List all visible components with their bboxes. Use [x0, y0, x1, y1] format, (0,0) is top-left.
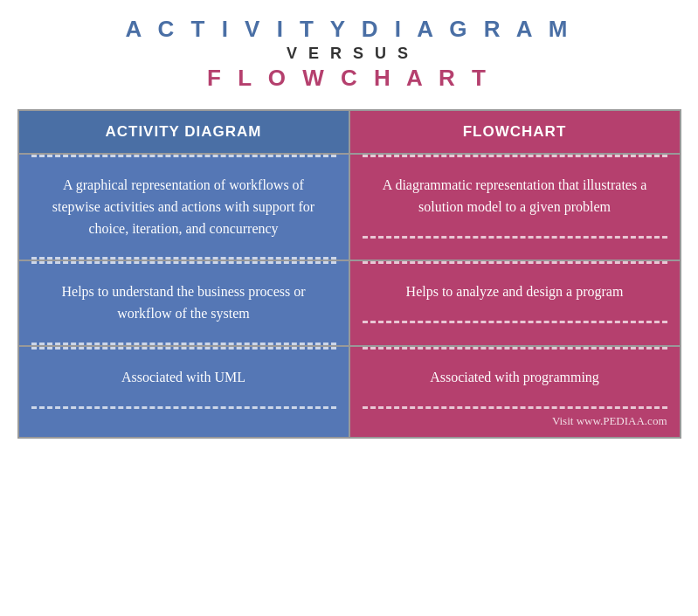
- column-header-activity: ACTIVITY DIAGRAM: [19, 111, 350, 153]
- dash-bottom-right-2: [363, 321, 667, 323]
- cell-text-left-3: Associated with UML: [19, 350, 349, 406]
- table-row-2: Helps to understand the business process…: [19, 260, 680, 345]
- header: A C T I V I T Y D I A G R A M V E R S U …: [107, 0, 590, 97]
- cell-text-left-2: Helps to understand the business process…: [19, 264, 349, 343]
- cell-text-right-3: Associated with programming: [350, 350, 680, 406]
- comparison-table: ACTIVITY DIAGRAM FLOWCHART A graphical r…: [17, 109, 681, 439]
- dash-bottom-left-3: [31, 406, 336, 409]
- title-versus: V E R S U S: [125, 45, 572, 63]
- cell-left-1: A graphical representation of workflows …: [19, 155, 350, 260]
- table-row-3: Associated with UML Associated with prog…: [19, 345, 680, 437]
- cell-right-2: Helps to analyze and design a program: [350, 261, 680, 345]
- title-activity: A C T I V I T Y D I A G R A M: [125, 16, 572, 43]
- cell-left-2: Helps to understand the business process…: [19, 261, 350, 345]
- dash-bottom-right-1: [363, 236, 667, 239]
- cell-text-right-1: A diagrammatic representation that illus…: [350, 157, 680, 236]
- cell-text-right-2: Helps to analyze and design a program: [350, 264, 680, 321]
- title-flowchart: F L O W C H A R T: [125, 65, 572, 92]
- cell-text-left-1: A graphical representation of workflows …: [19, 157, 349, 257]
- cell-right-1: A diagrammatic representation that illus…: [350, 155, 680, 260]
- table-header-row: ACTIVITY DIAGRAM FLOWCHART: [19, 111, 680, 153]
- page-container: A C T I V I T Y D I A G R A M V E R S U …: [0, 0, 698, 616]
- table-row-1: A graphical representation of workflows …: [19, 153, 680, 260]
- footer-text: Visit www.PEDIAA.com: [350, 409, 680, 437]
- cell-right-3: Associated with programming Visit www.PE…: [350, 347, 680, 437]
- cell-left-3: Associated with UML: [19, 347, 350, 437]
- column-header-flowchart: FLOWCHART: [350, 111, 680, 153]
